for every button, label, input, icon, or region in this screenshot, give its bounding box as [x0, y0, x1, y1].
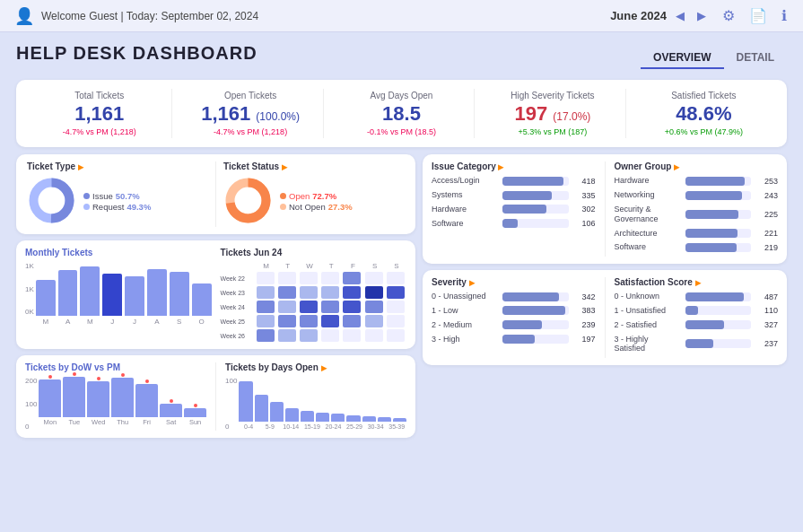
donut-chart-type [27, 176, 76, 225]
days-open-labels: 0-45-910-1415-1920-2425-2930-3435-39 [239, 423, 406, 430]
ticket-status-content: Open 72.7% Not Open 27.3% [223, 176, 405, 227]
bar-row: 3 - High197 [432, 335, 596, 344]
bar-value: 225 [755, 210, 778, 219]
monthly-bar-0 [36, 280, 56, 316]
heatmap-cell [387, 315, 405, 327]
bar-fill [685, 177, 745, 186]
bar-track [502, 335, 569, 344]
owner-group-arrow: ▶ [674, 163, 679, 171]
heatmap-cell [278, 272, 296, 284]
bar-fill [685, 339, 714, 348]
bar-row: Systems335 [432, 190, 596, 200]
monthly-bar-6 [170, 272, 189, 317]
days-open-bar-3 [285, 408, 299, 422]
bar-row: 1 - Unsatisfied110 [615, 306, 779, 316]
info-icon[interactable]: ℹ [780, 5, 789, 26]
heatmap-cell [257, 329, 275, 342]
heatmap-cell [300, 301, 318, 313]
kpi-total-label: Total Tickets [34, 91, 164, 100]
dow-daysopen-card: Tickets by DoW vs PM 200 100 0 MonTueWed… [16, 355, 415, 438]
heatmap-cell [387, 272, 405, 284]
bar-track [685, 320, 752, 329]
left-panel: Ticket Type ▶ [16, 154, 415, 438]
monthly-bar-7 [192, 283, 212, 317]
owner-group-title: Owner Group ▶ [615, 161, 779, 171]
kpi-total-change: -4.7% vs PM (1,218) [34, 127, 164, 136]
heatmap-day-header: W [300, 262, 319, 270]
dow-bars: MonTueWedThuFriSatSun [39, 377, 206, 426]
ticket-type-content: Issue 50.7% Request 49.3% [27, 176, 208, 227]
dow-bar-wrap-0: Mon [39, 375, 61, 427]
tab-detail[interactable]: DETAIL [724, 48, 787, 69]
days-open-bar-5 [316, 413, 329, 422]
days-open-section: Tickets by Days Open ▶ 100 0 0-45-910-14… [225, 362, 406, 431]
prev-month-button[interactable]: ◀ [672, 7, 688, 24]
bar-value: 327 [755, 320, 778, 329]
next-month-button[interactable]: ▶ [694, 7, 710, 24]
filter-icon[interactable]: ⚙ [720, 5, 737, 26]
export-icon[interactable]: 📄 [747, 5, 769, 26]
monthly-chart-inner: MAMJJASO [36, 262, 212, 326]
bar-fill [502, 292, 559, 301]
bar-value: 342 [572, 292, 596, 301]
bar-row: Networking243 [615, 190, 779, 200]
heatmap-section: Tickets Jun 24 MTWTFSSWeek 22Week 23Week… [221, 248, 407, 342]
bar-value: 253 [755, 177, 778, 186]
monthly-bar-chart [36, 262, 212, 316]
ticket-status-donut [223, 176, 273, 227]
kpi-total-value: 1,161 [34, 102, 164, 126]
severity-title: Severity ▶ [432, 277, 596, 287]
right-panel: Issue Category ▶ Access/Login418Systems3… [423, 154, 787, 438]
satisfaction-bars: 0 - Unknown4871 - Unsatisfied1102 - Sati… [615, 292, 779, 353]
severity-arrow: ▶ [469, 279, 475, 287]
bar-row: 0 - Unknown487 [615, 292, 779, 301]
heatmap-week-label: Week 22 [221, 272, 255, 284]
ticket-status-title: Ticket Status ▶ [223, 161, 405, 171]
heatmap-cell [343, 315, 361, 327]
bar-label: Hardware [615, 176, 682, 186]
ticket-type-donut [27, 176, 76, 227]
kpi-satisfied: Satisfied Tickets 48.6% +0.6% vs PM (47.… [632, 89, 776, 138]
issue-owner-container: Issue Category ▶ Access/Login418Systems3… [432, 161, 778, 257]
bar-row: Architecture221 [615, 229, 779, 239]
legend-request: Request 49.3% [83, 202, 151, 212]
bar-label: 3 - Highly Satisfied [615, 335, 682, 354]
dow-dot-5 [170, 399, 173, 403]
dow-bar-wrap-2: Wed [87, 377, 109, 426]
ticket-status-legend: Open 72.7% Not Open 27.3% [280, 191, 353, 213]
days-open-arrow: ▶ [321, 364, 327, 372]
bar-fill [502, 191, 552, 200]
bar-value: 487 [755, 292, 778, 301]
dow-bar-2 [87, 381, 109, 417]
bar-label: Systems [432, 190, 499, 200]
heatmap-cell [365, 301, 383, 313]
owner-group-bars: Hardware253Networking243Security & Gover… [615, 176, 779, 252]
dow-bar-wrap-1: Tue [63, 372, 85, 426]
ticket-type-arrow: ▶ [78, 163, 83, 171]
bar-track [685, 229, 752, 238]
tab-group: OVERVIEW DETAIL [641, 48, 787, 69]
heatmap-day-header: T [321, 262, 341, 270]
heatmap-cell [321, 329, 339, 342]
kpi-open-value: 1,161 (100.0%) [185, 102, 315, 126]
tab-overview[interactable]: OVERVIEW [641, 48, 723, 69]
bar-label: 1 - Unsatisfied [615, 306, 682, 316]
heatmap-cell [278, 301, 296, 313]
bar-label: Networking [615, 190, 682, 200]
bar-fill [502, 219, 518, 228]
dow-day-label: Wed [92, 418, 105, 426]
bar-track [685, 191, 752, 200]
heatmap-cell [321, 286, 339, 299]
bar-value: 383 [572, 306, 596, 315]
dow-day-label: Tue [68, 418, 80, 426]
heatmap-cell [257, 315, 275, 327]
bar-value: 106 [572, 219, 596, 228]
bar-value: 243 [755, 191, 778, 200]
bar-row: 1 - Low383 [432, 306, 596, 316]
not-open-dot [280, 204, 286, 210]
heatmap-cell [300, 286, 318, 299]
type-status-divider [215, 161, 216, 227]
issue-category-bars: Access/Login418Systems335Hardware302Soft… [432, 176, 596, 228]
bar-track [502, 177, 569, 186]
issue-category-title: Issue Category ▶ [432, 161, 596, 171]
